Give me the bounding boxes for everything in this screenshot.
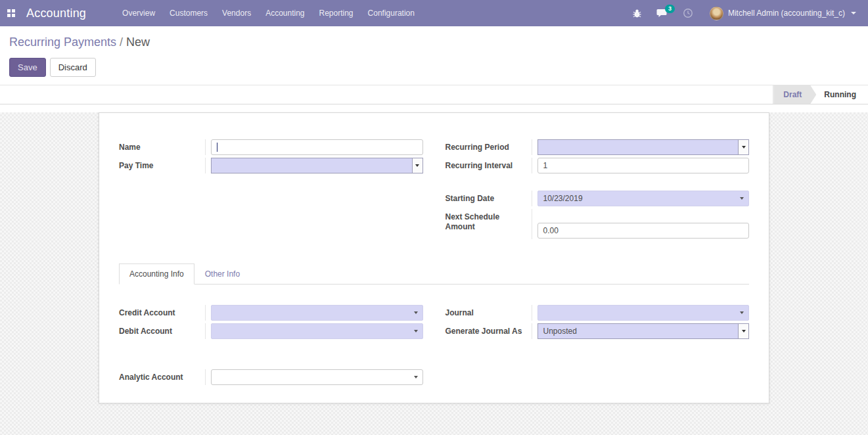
messages-button[interactable]: 3	[649, 0, 675, 26]
chevron-down-icon	[851, 12, 856, 14]
field-row-pay-time: Pay Time	[119, 158, 423, 173]
menu-item-accounting[interactable]: Accounting	[258, 0, 311, 26]
recurring-interval-input[interactable]: 1	[537, 158, 750, 173]
field-row-recurring-period: Recurring Period	[445, 139, 750, 155]
debit-account-label: Debit Account	[119, 323, 206, 339]
caret-down-icon	[740, 197, 744, 200]
top-field-group: Name Pay Time	[119, 139, 749, 242]
form-status-row: Draft Running	[0, 85, 868, 104]
caret-down-icon	[414, 330, 418, 332]
text-cursor	[217, 143, 217, 152]
credit-account-select[interactable]	[211, 305, 423, 321]
breadcrumb: Recurring Payments/New	[9, 35, 859, 49]
recurring-period-label: Recurring Period	[445, 139, 532, 155]
menu-item-vendors[interactable]: Vendors	[215, 0, 258, 26]
breadcrumb-recurring-payments[interactable]: Recurring Payments	[9, 35, 116, 49]
caret-down-icon	[414, 376, 418, 378]
journal-select[interactable]	[537, 305, 750, 321]
menu-item-overview[interactable]: Overview	[115, 0, 162, 26]
generate-journal-as-label: Generate Journal As	[445, 323, 532, 339]
content-area: Name Pay Time	[0, 112, 868, 435]
message-count-badge: 3	[665, 5, 675, 13]
analytic-field-group: Analytic Account	[119, 369, 749, 388]
analytic-account-select[interactable]	[211, 369, 423, 385]
field-row-journal: Journal	[445, 305, 750, 321]
field-row-starting-date: Starting Date 10/23/2019	[445, 191, 750, 206]
breadcrumb-current: New	[126, 35, 150, 49]
journal-label: Journal	[445, 305, 532, 321]
tab-accounting-info[interactable]: Accounting Info	[119, 263, 194, 285]
tab-other-info[interactable]: Other Info	[194, 263, 250, 285]
next-schedule-amount-label: Next Schedule Amount	[445, 209, 532, 239]
debit-account-select[interactable]	[211, 323, 423, 339]
menu-item-reporting[interactable]: Reporting	[312, 0, 361, 26]
accounting-right-column: Journal Generate Journal As Unposted	[445, 305, 750, 342]
systray: 3 Mitchell Admin (accounting_kit_c)	[625, 0, 861, 26]
activities-button[interactable]	[675, 0, 700, 26]
control-panel: Recurring Payments/New Save Discard	[0, 26, 868, 85]
top-navbar: Accounting Overview Customers Vendors Ac…	[0, 0, 868, 26]
top-right-column: Recurring Period Recurring Interval 1	[445, 139, 750, 242]
dropdown-arrow-icon	[738, 140, 748, 154]
pay-time-label: Pay Time	[119, 158, 206, 173]
field-row-generate-journal-as: Generate Journal As Unposted	[445, 323, 750, 339]
avatar	[710, 7, 723, 20]
starting-date-label: Starting Date	[445, 191, 532, 206]
name-input[interactable]	[211, 139, 423, 155]
breadcrumb-separator: /	[116, 35, 126, 49]
caret-down-icon	[414, 311, 418, 314]
form-sheet: Name Pay Time	[99, 112, 769, 403]
accounting-left-column: Credit Account Debit Account	[119, 305, 423, 342]
save-button[interactable]: Save	[9, 58, 46, 77]
analytic-account-label: Analytic Account	[119, 369, 206, 385]
user-menu[interactable]: Mitchell Admin (accounting_kit_c)	[700, 0, 861, 26]
next-schedule-amount-input[interactable]: 0.00	[537, 223, 750, 239]
recurring-period-select[interactable]	[537, 139, 750, 155]
field-row-next-schedule-amount: Next Schedule Amount 0.00	[445, 209, 750, 239]
field-row-credit-account: Credit Account	[119, 305, 423, 321]
name-label: Name	[119, 139, 206, 155]
pay-time-select[interactable]	[211, 158, 423, 173]
menu-item-customers[interactable]: Customers	[162, 0, 215, 26]
main-menu: Overview Customers Vendors Accounting Re…	[115, 0, 422, 26]
field-row-debit-account: Debit Account	[119, 323, 423, 339]
clock-icon	[683, 8, 693, 18]
bug-icon	[632, 9, 642, 18]
statusbar-state-draft[interactable]: Draft	[773, 85, 816, 104]
starting-date-picker[interactable]: 10/23/2019	[537, 191, 750, 206]
dropdown-arrow-icon	[738, 324, 748, 338]
user-name: Mitchell Admin (accounting_kit_c)	[728, 9, 845, 18]
statusbar: Draft Running	[773, 85, 868, 104]
caret-down-icon	[740, 311, 744, 314]
menu-item-configuration[interactable]: Configuration	[361, 0, 422, 26]
app-brand-title[interactable]: Accounting	[26, 7, 86, 20]
generate-journal-as-select[interactable]: Unposted	[537, 323, 750, 339]
analytic-left-column: Analytic Account	[119, 369, 423, 388]
apps-menu-button[interactable]	[0, 0, 22, 26]
field-row-recurring-interval: Recurring Interval 1	[445, 158, 750, 173]
credit-account-label: Credit Account	[119, 305, 206, 321]
field-row-analytic-account: Analytic Account	[119, 369, 423, 385]
notebook-tabbar: Accounting Info Other Info	[119, 263, 749, 285]
dropdown-arrow-icon	[412, 158, 423, 173]
accounting-info-field-group: Credit Account Debit Account	[119, 305, 749, 342]
recurring-interval-label: Recurring Interval	[445, 158, 532, 173]
statusbar-state-running[interactable]: Running	[816, 85, 865, 104]
top-left-column: Name Pay Time	[119, 139, 423, 176]
debug-bug-button[interactable]	[625, 0, 649, 26]
control-panel-buttons: Save Discard	[9, 58, 859, 77]
field-row-name: Name	[119, 139, 423, 155]
discard-button[interactable]: Discard	[50, 58, 96, 77]
apps-grid-icon	[7, 9, 15, 17]
